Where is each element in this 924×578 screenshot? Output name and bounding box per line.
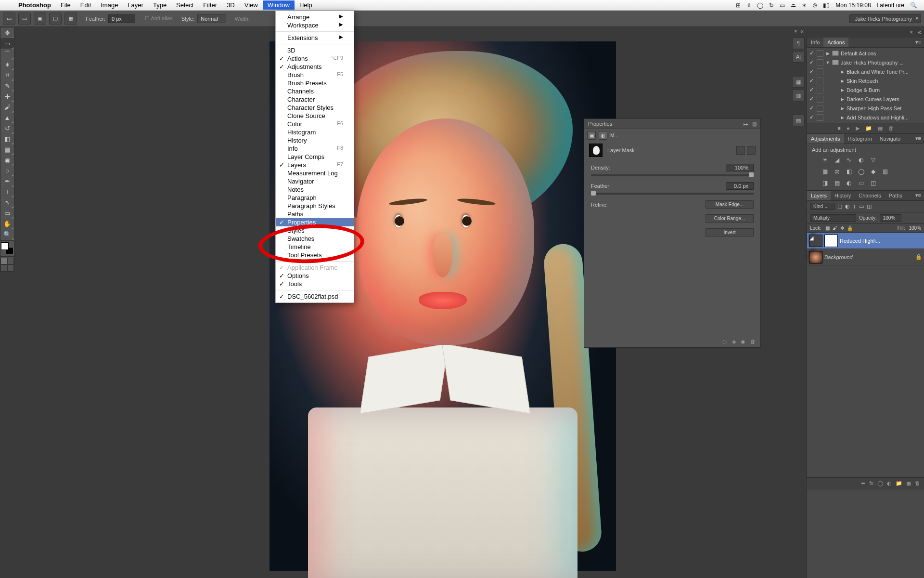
history-brush-tool[interactable]: ↺ [0, 123, 14, 133]
marquee-tool[interactable]: ▭ [0, 38, 14, 49]
clock[interactable]: Mon 15:19:08 [835, 2, 871, 9]
menu-item-brush-presets[interactable]: Brush Presets [276, 79, 354, 87]
battery-icon[interactable]: ▮▯ [823, 2, 830, 9]
properties-panel[interactable]: Properties ▸▸▤ ▣ ◐ M... Layer Mask Densi… [584, 118, 761, 348]
layers-menu-icon[interactable]: ▾≡ [912, 191, 924, 200]
menu-item-notes[interactable]: Notes [276, 185, 354, 194]
filter-shape-icon[interactable]: ▭ [859, 203, 864, 210]
type-tool[interactable]: T [0, 186, 14, 197]
poster-icon[interactable]: ▤ [833, 179, 841, 187]
actions-tab[interactable]: Actions [823, 38, 848, 47]
filter-pixel-icon[interactable]: ▢ [837, 203, 842, 210]
action-darken-curves-layers[interactable]: ✓▶Darken Curves Layers [807, 94, 924, 104]
exposure-icon[interactable]: ◐ [857, 156, 865, 164]
menu-help[interactable]: Help [295, 0, 317, 10]
action-jake-hicks-photography-[interactable]: ✓▼Jake Hicks Photography ... [807, 58, 924, 67]
marquee-int-icon[interactable]: ▦ [64, 13, 77, 25]
menu-view[interactable]: View [240, 0, 263, 10]
character-panel-icon[interactable]: ¶ [792, 38, 805, 49]
lut-icon[interactable]: ▥ [881, 167, 889, 176]
curves-icon[interactable]: ∿ [845, 156, 853, 164]
new-action-icon[interactable]: ▦ [878, 125, 883, 131]
hue-icon[interactable]: ▦ [821, 167, 829, 176]
menu-item-adjustments[interactable]: ✓Adjustments [276, 63, 354, 71]
zoom-tool[interactable]: 🔍 [0, 229, 14, 239]
menu-item-arrange[interactable]: Arrange▶ [276, 13, 354, 21]
marquee-rect-icon[interactable]: ▭ [18, 13, 31, 25]
stop-icon[interactable]: ■ [837, 125, 841, 131]
menu-window[interactable]: Window [263, 0, 295, 10]
menu-item-dsc-5602flat-psd[interactable]: ✓DSC_5602flat.psd [276, 292, 354, 301]
user-icon[interactable]: ◯ [757, 2, 763, 9]
apps-icon[interactable]: ⊞ [736, 2, 741, 9]
menu-item-character-styles[interactable]: Character Styles [276, 104, 354, 112]
libraries-panel-icon[interactable]: ▤ [792, 115, 805, 126]
menu-image[interactable]: Image [96, 0, 123, 10]
menu-type[interactable]: Type [148, 0, 171, 10]
action-skin-retouch[interactable]: ✓▶Skin Retouch [807, 76, 924, 85]
history-tab2[interactable]: History [831, 191, 855, 200]
display-icon[interactable]: ▭ [780, 2, 785, 9]
paragraph-panel-icon[interactable]: A| [792, 51, 805, 63]
new-set-icon[interactable]: 📁 [865, 125, 872, 131]
wifi-icon[interactable]: ⊚ [812, 2, 817, 9]
hand-tool[interactable]: ✋ [0, 218, 14, 229]
paths-tab[interactable]: Paths [885, 191, 906, 200]
stamp-tool[interactable]: ▲ [0, 112, 14, 123]
eject-icon[interactable]: ⏏ [791, 2, 796, 9]
mask-tab-icon[interactable]: ▣ [587, 131, 596, 140]
spotlight-icon[interactable]: 🔍 [910, 2, 917, 9]
quickmask-toggle[interactable] [0, 258, 14, 264]
app-name[interactable]: Photoshop [13, 0, 56, 10]
blend-mode-select[interactable]: Multiply [810, 214, 856, 222]
add-pixel-mask-icon[interactable] [736, 146, 745, 155]
wand-tool[interactable]: ✶ [0, 59, 14, 70]
menu-item-options[interactable]: ✓Options [276, 272, 354, 280]
menu-item-histogram[interactable]: Histogram [276, 128, 354, 136]
feather-slider[interactable] [591, 193, 754, 195]
record-icon[interactable]: ● [847, 125, 850, 131]
action-default-actions[interactable]: ✓▶Default Actions [807, 49, 924, 58]
brush-tool[interactable]: 🖌 [0, 102, 14, 112]
menu-3d[interactable]: 3D [222, 0, 240, 10]
density-slider[interactable] [591, 174, 754, 176]
menu-item-color[interactable]: ColorF6 [276, 120, 354, 128]
channels-tab[interactable]: Channels [855, 191, 885, 200]
colorbal-icon[interactable]: ⚖ [833, 167, 841, 176]
adj-new-icon[interactable]: ◐ [887, 480, 892, 486]
dodge-tool[interactable]: ○ [0, 165, 14, 176]
menu-layer[interactable]: Layer [123, 0, 148, 10]
move-tool[interactable]: ✥ [0, 27, 14, 38]
menu-item-info[interactable]: InfoF8 [276, 144, 354, 153]
lock-pos-icon[interactable]: ✥ [840, 225, 844, 231]
lock-trans-icon[interactable]: ▦ [825, 225, 830, 231]
username[interactable]: LatentLure [877, 2, 904, 9]
screenmode-toggle[interactable] [0, 264, 14, 271]
panel-menu-icon[interactable]: ▤ [752, 121, 757, 127]
play-icon[interactable]: ▶ [856, 125, 860, 131]
new-layer-icon[interactable]: ▦ [906, 480, 911, 486]
load-selection-icon[interactable]: ◌ [722, 339, 727, 345]
mask-edge-button[interactable]: Mask Edge... [706, 200, 754, 209]
menu-filter[interactable]: Filter [198, 0, 222, 10]
prop-feather-value[interactable]: 0.0 px [726, 182, 754, 190]
action-dodge-burn[interactable]: ✓▶Dodge & Burn [807, 85, 924, 94]
gradmap-icon[interactable]: ▭ [857, 179, 865, 187]
color-range-button[interactable]: Color Range... [706, 214, 754, 223]
lock-image-icon[interactable]: 🖌 [833, 225, 837, 231]
menu-item-brush[interactable]: BrushF5 [276, 71, 354, 79]
eraser-tool[interactable]: ◧ [0, 133, 14, 144]
bw-icon[interactable]: ◧ [845, 167, 853, 176]
chmix-icon[interactable]: ◆ [869, 167, 877, 176]
invert-adj-icon[interactable]: ◨ [821, 179, 829, 187]
styles-panel-icon[interactable]: ▥ [792, 90, 805, 101]
add-vector-mask-icon[interactable] [747, 146, 756, 155]
link-icon[interactable]: ⬌ [861, 480, 865, 486]
menu-item-layer-comps[interactable]: Layer Comps [276, 153, 354, 161]
action-black-and-white-tone-pr-[interactable]: ✓▶Black and White Tone Pr... [807, 67, 924, 76]
info-tab[interactable]: Info [807, 38, 823, 47]
selcolor-icon[interactable]: ◫ [869, 179, 877, 187]
menu-item-paragraph-styles[interactable]: Paragraph Styles [276, 202, 354, 210]
filter-adj-icon[interactable]: ◐ [845, 203, 850, 210]
photo-filter-icon[interactable]: ◯ [857, 167, 865, 176]
